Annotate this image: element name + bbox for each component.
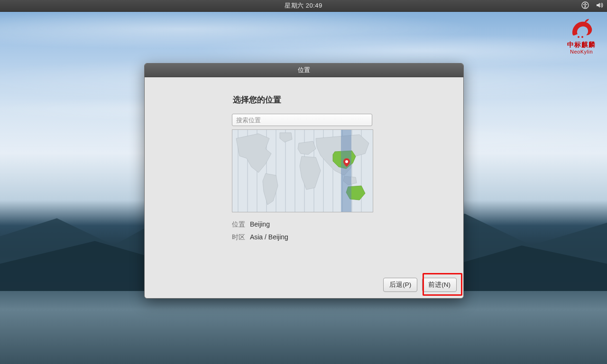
location-row: 位置 Beijing [232, 218, 374, 231]
location-pin-icon [343, 158, 350, 165]
brand-name-cn: 中标麒麟 [567, 41, 596, 49]
clock[interactable]: 星期六 20:49 [285, 1, 322, 10]
dialog-footer: 后退(P) 前进(N) [145, 272, 463, 298]
system-tray [581, 1, 603, 10]
svg-point-3 [578, 36, 579, 38]
dialog-titlebar[interactable]: 位置 [145, 64, 463, 77]
location-value: Beijing [250, 220, 270, 228]
volume-icon[interactable] [596, 1, 603, 10]
dialog-body: 选择您的位置 [145, 77, 463, 298]
timezone-label: 时区 [232, 233, 245, 241]
back-button[interactable]: 后退(P) [383, 278, 417, 292]
page-heading: 选择您的位置 [233, 94, 374, 105]
distro-logo: 中标麒麟 NeoKylin [567, 16, 596, 55]
location-label: 位置 [232, 220, 245, 228]
accessibility-icon[interactable] [581, 1, 589, 10]
svg-point-18 [345, 160, 348, 163]
timezone-row: 时区 Asia / Beijing [232, 231, 374, 244]
location-dialog: 位置 选择您的位置 [144, 63, 464, 299]
dialog-title: 位置 [298, 66, 310, 74]
timezone-map[interactable] [232, 129, 373, 212]
location-search-input[interactable] [232, 114, 372, 126]
selected-timezone-band [341, 130, 351, 212]
svg-point-1 [585, 2, 586, 4]
brand-name-en: NeoKylin [567, 49, 596, 55]
svg-point-2 [581, 36, 583, 38]
timezone-value: Asia / Beijing [250, 233, 288, 241]
top-panel: 星期六 20:49 [0, 0, 607, 12]
next-button[interactable]: 前进(N) [422, 278, 457, 292]
